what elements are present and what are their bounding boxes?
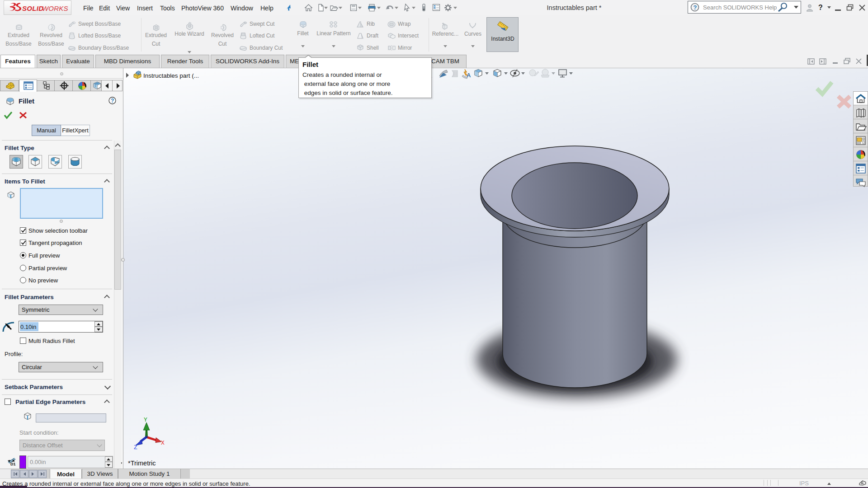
svg-text:SOLID: SOLID: [22, 5, 43, 12]
svg-text:?: ?: [111, 98, 114, 104]
svg-text:Z: Z: [134, 444, 137, 451]
svg-text:D1: D1: [10, 462, 16, 466]
svg-text:Search SOLIDWORKS Help: Search SOLIDWORKS Help: [703, 4, 777, 11]
svg-text:X: X: [161, 440, 165, 446]
svg-text:?: ?: [693, 4, 697, 11]
svg-text:*Trimetric: *Trimetric: [128, 460, 156, 467]
svg-text:WORKS: WORKS: [42, 5, 68, 12]
svg-text:Instructables part (...: Instructables part (...: [143, 72, 199, 79]
svg-text:Y: Y: [144, 417, 147, 423]
